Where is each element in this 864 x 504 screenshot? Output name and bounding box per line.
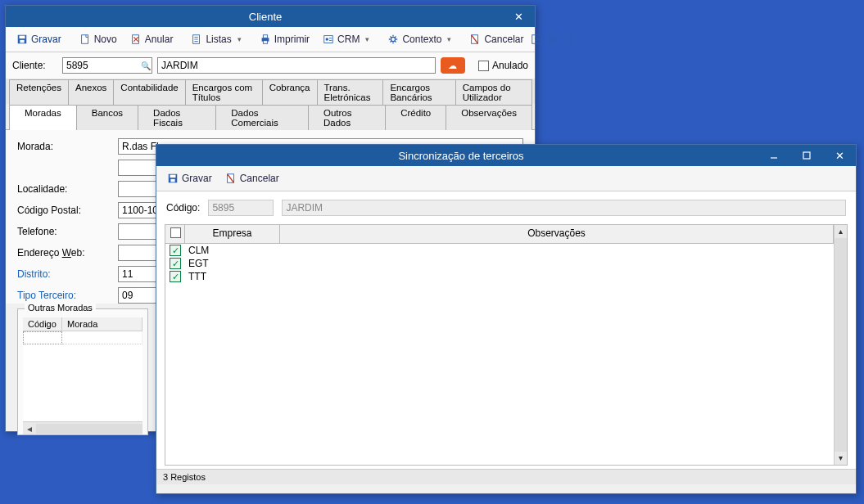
sync-grid-row[interactable]: ✓TTT bbox=[165, 270, 834, 283]
cancelar-label: Cancelar bbox=[484, 34, 523, 45]
tab-dados-comerciais[interactable]: Dados Comerciais bbox=[215, 105, 309, 130]
svg-text:?: ? bbox=[535, 36, 539, 44]
gravar-button[interactable]: Gravar bbox=[11, 30, 67, 48]
cliente-label: Cliente: bbox=[12, 60, 57, 71]
info-icon[interactable] bbox=[547, 34, 559, 45]
cancel-icon bbox=[225, 173, 237, 184]
outras-moradas-hscroll[interactable]: ◂ bbox=[23, 421, 142, 434]
anulado-checkbox[interactable]: Anulado bbox=[478, 60, 528, 71]
sync-gravar-label: Gravar bbox=[182, 173, 212, 184]
telefone-label: Telefone: bbox=[17, 226, 111, 237]
tab-bancos[interactable]: Bancos bbox=[76, 105, 138, 130]
contexto-button[interactable]: Contexto bbox=[382, 30, 457, 48]
scroll-left-icon[interactable]: ◂ bbox=[23, 423, 36, 434]
svg-rect-11 bbox=[329, 38, 332, 38]
anular-label: Anular bbox=[145, 34, 174, 45]
sync-vscroll[interactable]: ▴ ▾ bbox=[834, 225, 847, 465]
row-checkbox[interactable]: ✓ bbox=[165, 245, 185, 256]
tab-campos-utilizador[interactable]: Campos do Utilizador bbox=[455, 79, 532, 105]
sync-name-input bbox=[282, 200, 846, 216]
sync-statusbar: 3 Registos bbox=[156, 469, 856, 484]
save-icon bbox=[167, 173, 179, 184]
help-icon[interactable]: ? bbox=[531, 34, 542, 45]
gear-icon bbox=[387, 34, 399, 45]
svg-rect-22 bbox=[170, 179, 174, 182]
contexto-label: Contexto bbox=[402, 34, 441, 45]
tabs-bottom-row: Moradas Bancos Dados Fiscais Dados Comer… bbox=[6, 104, 535, 130]
codigo-postal-label: Código Postal: bbox=[17, 205, 111, 216]
sync-col-empresa[interactable]: Empresa bbox=[185, 225, 280, 243]
anulado-label: Anulado bbox=[492, 60, 528, 71]
sync-gravar-button[interactable]: Gravar bbox=[161, 169, 218, 187]
tab-encargos-titulos[interactable]: Encargos com Títulos bbox=[185, 79, 263, 105]
crm-button[interactable]: CRM bbox=[317, 30, 375, 48]
list-icon bbox=[191, 34, 202, 45]
cloud-icon: ☁ bbox=[448, 61, 457, 71]
sync-close-button[interactable]: ✕ bbox=[823, 145, 856, 166]
cloud-sync-button[interactable]: ☁ bbox=[441, 57, 465, 74]
tab-dados-fiscais[interactable]: Dados Fiscais bbox=[138, 105, 216, 130]
cliente-name-input[interactable] bbox=[157, 57, 436, 74]
imprimir-label: Imprimir bbox=[274, 34, 310, 45]
sync-col-observacoes[interactable]: Observações bbox=[280, 225, 834, 243]
svg-rect-12 bbox=[329, 40, 332, 41]
endereco-web-label: Endereço Web: bbox=[17, 247, 111, 259]
cliente-window-title: Cliente bbox=[29, 11, 502, 23]
morada-label: Morada: bbox=[17, 141, 111, 152]
sync-grid: Empresa Observações ✓CLM✓EGT✓TTT ▴ ▾ bbox=[165, 224, 848, 466]
listas-button[interactable]: Listas bbox=[185, 30, 247, 48]
tab-retencoes[interactable]: Retenções bbox=[9, 79, 69, 105]
tab-outros-dados[interactable]: Outros Dados bbox=[308, 105, 386, 130]
imprimir-button[interactable]: Imprimir bbox=[254, 30, 315, 48]
novo-label: Novo bbox=[94, 34, 117, 45]
localidade-label: Localidade: bbox=[17, 183, 111, 195]
sync-titlebar[interactable]: Sincronização de terceiros ✕ bbox=[156, 145, 856, 166]
sync-grid-body[interactable]: ✓CLM✓EGT✓TTT bbox=[165, 244, 834, 465]
tab-trans-eletronicas[interactable]: Trans. Eletrónicas bbox=[317, 79, 384, 105]
novo-button[interactable]: Novo bbox=[74, 30, 123, 48]
new-icon bbox=[79, 34, 91, 45]
row-empresa: TTT bbox=[185, 271, 280, 282]
tab-encargos-bancarios[interactable]: Encargos Bancários bbox=[382, 79, 455, 105]
outras-moradas-grid[interactable] bbox=[23, 331, 142, 421]
listas-label: Listas bbox=[206, 34, 231, 45]
cliente-close-button[interactable]: ✕ bbox=[502, 6, 535, 27]
tabs-top-row: Retenções Anexos Contabilidade Encargos … bbox=[6, 79, 535, 105]
tab-contabilidade[interactable]: Contabilidade bbox=[113, 79, 185, 105]
distrito-input[interactable] bbox=[118, 266, 159, 282]
sync-col-check[interactable] bbox=[165, 225, 185, 243]
crm-label: CRM bbox=[337, 34, 360, 45]
row-checkbox[interactable]: ✓ bbox=[165, 258, 185, 269]
lookup-icon[interactable]: 🔍 bbox=[141, 61, 151, 70]
cliente-toolbar: Gravar Novo Anular Listas Imp bbox=[6, 27, 535, 52]
tab-anexos[interactable]: Anexos bbox=[68, 79, 114, 105]
tipo-terceiro-label[interactable]: Tipo Terceiro: bbox=[17, 290, 111, 301]
sync-maximize-button[interactable] bbox=[790, 145, 823, 166]
tab-moradas[interactable]: Moradas bbox=[9, 105, 77, 130]
cliente-code-input[interactable] bbox=[62, 57, 152, 74]
sync-cancelar-button[interactable]: Cancelar bbox=[219, 169, 285, 187]
anular-button[interactable]: Anular bbox=[124, 30, 179, 48]
sync-window-title: Sincronização de terceiros bbox=[165, 150, 758, 162]
sync-grid-row[interactable]: ✓EGT bbox=[165, 257, 834, 270]
search-icon[interactable] bbox=[563, 34, 575, 45]
svg-rect-2 bbox=[20, 40, 24, 43]
tipo-terceiro-input[interactable] bbox=[118, 287, 159, 304]
sync-codigo-label: Código: bbox=[166, 202, 200, 214]
tab-cobranca[interactable]: Cobrança bbox=[262, 79, 318, 105]
scroll-down-icon[interactable]: ▾ bbox=[835, 452, 847, 465]
sync-grid-row[interactable]: ✓CLM bbox=[165, 244, 834, 257]
gravar-label: Gravar bbox=[31, 34, 61, 45]
cancelar-button[interactable]: Cancelar bbox=[464, 30, 529, 48]
svg-point-13 bbox=[391, 37, 396, 41]
tab-observacoes[interactable]: Observações bbox=[446, 105, 532, 130]
print-icon bbox=[260, 34, 271, 45]
cliente-titlebar[interactable]: Cliente ✕ bbox=[6, 6, 535, 27]
row-checkbox[interactable]: ✓ bbox=[165, 271, 185, 282]
sync-minimize-button[interactable] bbox=[758, 145, 790, 166]
outras-moradas-legend: Outras Moradas bbox=[25, 303, 96, 313]
distrito-label[interactable]: Distrito: bbox=[17, 268, 111, 280]
save-icon bbox=[16, 34, 28, 45]
tab-credito[interactable]: Crédito bbox=[385, 105, 446, 130]
scroll-up-icon[interactable]: ▴ bbox=[835, 225, 847, 238]
